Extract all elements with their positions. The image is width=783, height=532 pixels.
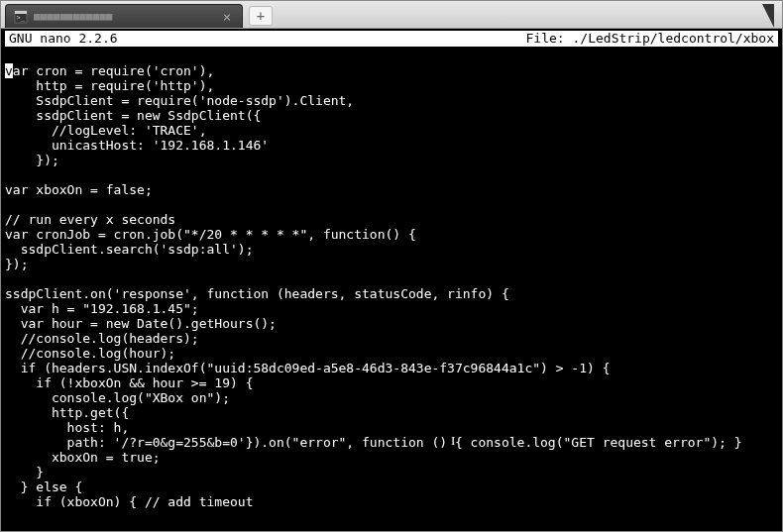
code-line bbox=[5, 49, 778, 63]
new-tab-button[interactable]: + bbox=[249, 6, 273, 26]
code-line: path: '/?r=0&g=255&b=0'}).on("error", fu… bbox=[5, 435, 778, 450]
editor-cursor: v bbox=[5, 63, 13, 78]
nano-status-bar: GNU nano 2.2.6 File: ./LedStrip/ledcontr… bbox=[5, 31, 778, 47]
tab-title: ■■■■■■■■■■■■ bbox=[34, 10, 214, 23]
terminal-tab[interactable]: >_ ■■■■■■■■■■■■ × bbox=[5, 4, 243, 28]
code-line: //logLevel: 'TRACE', bbox=[5, 123, 778, 138]
code-line: ssdpClient.on('response', function (head… bbox=[5, 286, 778, 301]
plus-icon: + bbox=[257, 8, 265, 24]
code-line: var cronJob = cron.job("*/20 * * * * *",… bbox=[5, 227, 778, 242]
svg-text:>_: >_ bbox=[17, 14, 26, 22]
code-line: //console.log(hour); bbox=[5, 346, 778, 361]
code-line: var cron = require('cron'), bbox=[5, 63, 778, 78]
code-line bbox=[5, 167, 778, 182]
code-line: if (!xboxOn && hour >= 19) { bbox=[5, 375, 778, 390]
tab-bar: >_ ■■■■■■■■■■■■ × + bbox=[1, 1, 782, 29]
code-line: if (headers.USN.indexOf("uuid:58dc09ed-a… bbox=[5, 361, 778, 375]
tab-bar-corner bbox=[762, 4, 774, 28]
code-line: var xboxOn = false; bbox=[5, 182, 778, 197]
code-line bbox=[5, 197, 778, 212]
code-line: ssdpClient.search('ssdp:all'); bbox=[5, 242, 778, 257]
code-line: http = require('http'), bbox=[5, 78, 778, 93]
code-line: var h = "192.168.1.45"; bbox=[5, 301, 778, 316]
code-line: host: h, bbox=[5, 420, 778, 435]
code-line: // run every x seconds bbox=[5, 212, 778, 227]
nano-version: GNU nano 2.2.6 bbox=[7, 31, 118, 47]
code-line: }); bbox=[5, 153, 778, 167]
close-icon[interactable]: × bbox=[220, 10, 234, 24]
code-line bbox=[5, 271, 778, 286]
terminal-area[interactable]: GNU nano 2.2.6 File: ./LedStrip/ledcontr… bbox=[1, 29, 782, 532]
code-line: console.log("XBox on"); bbox=[5, 390, 778, 405]
code-line: unicastHost: '192.168.1.146' bbox=[5, 138, 778, 153]
code-line: } else { bbox=[5, 479, 778, 494]
code-line: //console.log(headers); bbox=[5, 331, 778, 346]
code-line: http.get({ bbox=[5, 405, 778, 420]
code-line: var hour = new Date().getHours(); bbox=[5, 316, 778, 331]
code-line: SsdpClient = require('node-ssdp').Client… bbox=[5, 93, 778, 108]
terminal-icon: >_ bbox=[14, 10, 28, 24]
code-line: if (xboxOn) { // add timeout bbox=[5, 494, 778, 509]
code-line: }); bbox=[5, 257, 778, 271]
code-line: xboxOn = true; bbox=[5, 450, 778, 465]
code-area[interactable]: var cron = require('cron'), http = requi… bbox=[5, 47, 778, 509]
code-line: } bbox=[5, 465, 778, 479]
nano-file-path: File: ./LedStrip/ledcontrol/xbox bbox=[526, 31, 776, 47]
code-line: ssdpClient = new SsdpClient({ bbox=[5, 108, 778, 123]
